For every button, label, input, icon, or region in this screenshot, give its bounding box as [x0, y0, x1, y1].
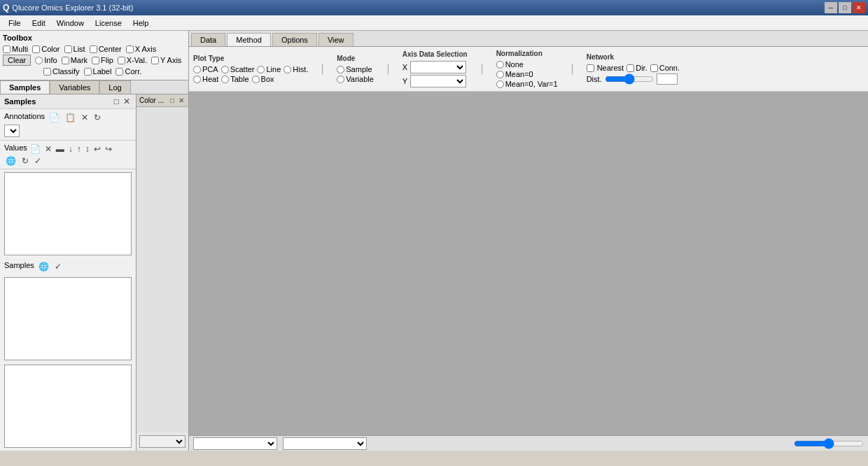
norm-mean0var1[interactable]: Mean=0, Var=1 [496, 80, 558, 88]
tab-log[interactable]: Log [99, 80, 130, 94]
norm-none[interactable]: None [496, 60, 524, 69]
menu-help[interactable]: Help [127, 17, 155, 29]
minimize-button[interactable]: ─ [825, 2, 837, 13]
extra-list[interactable] [4, 365, 132, 448]
values-check-btn[interactable]: ✓ [33, 156, 43, 166]
menu-bar: File Edit Window License Help [0, 15, 868, 31]
clear-button[interactable]: Clear [3, 55, 31, 66]
toolbox-flip[interactable]: Flip [92, 56, 113, 64]
network-group: Network Nearest Dir. Conn. Dist. [587, 53, 680, 85]
plot-scatter[interactable]: Scatter [221, 65, 255, 73]
app-icon: Q [3, 3, 9, 13]
dir-label[interactable]: Dir. [626, 64, 648, 72]
toolbox-corr[interactable]: Corr. [115, 67, 141, 76]
mode-title: Mode [337, 55, 374, 62]
plot-type-title: Plot Type [193, 55, 308, 62]
canvas-area [189, 92, 868, 435]
axis-group: Axis Data Selection X Y [402, 50, 468, 87]
samples-check-btn[interactable]: ✓ [53, 262, 63, 271]
values-undo-btn[interactable]: ↩ [92, 144, 102, 154]
toolbox-color[interactable]: Color [32, 45, 59, 53]
tab-variables[interactable]: Variables [50, 80, 99, 94]
samples-label2: Samples [4, 261, 34, 269]
dist-slider[interactable] [605, 73, 654, 85]
normalization-group: Normalization None Mean=0 Mean=0, Var=1 [496, 50, 558, 88]
annotations-delete-btn[interactable]: ✕ [80, 113, 90, 122]
status-select-1[interactable] [193, 437, 277, 450]
tab-data[interactable]: Data [191, 33, 225, 46]
mode-variable[interactable]: Variable [337, 75, 374, 83]
top-tab-bar: Data Method Options View [189, 31, 868, 47]
x-select[interactable] [410, 61, 466, 73]
y-select[interactable] [410, 75, 466, 87]
values-new-btn[interactable]: 📄 [29, 144, 42, 154]
color-panel-title: Color ... [139, 97, 164, 104]
network-title: Network [587, 53, 680, 61]
mode-sample[interactable]: Sample [337, 65, 372, 73]
samples-panel: Samples □ ✕ Annotations 📄 📋 ✕ ↻ [0, 94, 136, 451]
toolbox-mark[interactable]: Mark [62, 56, 88, 64]
dist-value[interactable] [657, 73, 678, 85]
close-button[interactable]: ✕ [853, 2, 865, 13]
values-reload-btn[interactable]: ↻ [20, 156, 30, 166]
norm-mean0[interactable]: Mean=0 [496, 70, 533, 78]
plot-line[interactable]: Line [257, 65, 281, 73]
bottom-tab-bar: Samples Variables Log [0, 80, 188, 94]
tab-view[interactable]: View [318, 33, 354, 46]
menu-edit[interactable]: Edit [27, 17, 51, 29]
status-select-2[interactable] [283, 437, 367, 450]
values-redo-btn[interactable]: ↪ [104, 144, 113, 154]
mode-group: Mode Sample Variable [337, 55, 374, 83]
values-sort-btn[interactable]: ↕ [84, 144, 91, 154]
samples-title: Samples [4, 97, 36, 106]
plot-hist[interactable]: Hist. [284, 65, 308, 73]
status-scrollbar[interactable] [794, 438, 864, 449]
toolbox-multi[interactable]: Multi [3, 45, 28, 53]
values-delete-btn[interactable]: ✕ [43, 144, 53, 154]
toolbox-xaxis[interactable]: X Axis [126, 45, 157, 53]
values-down-btn[interactable]: ↓ [67, 144, 74, 154]
toolbox-info[interactable]: Info [35, 56, 57, 64]
color-maximize-btn[interactable]: □ [169, 97, 176, 104]
tab-samples[interactable]: Samples [0, 80, 50, 94]
color-close-btn[interactable]: ✕ [177, 97, 186, 104]
status-bar [189, 435, 868, 451]
toolbox-classify[interactable]: Classify [43, 67, 80, 76]
annotations-label: Annotations [4, 112, 45, 120]
color-dropdown[interactable] [139, 435, 186, 448]
samples-close-btn[interactable]: ✕ [122, 97, 132, 106]
toolbox-list[interactable]: List [64, 45, 85, 53]
values-globe-btn[interactable]: 🌐 [4, 156, 18, 166]
nearest-checkbox[interactable] [587, 64, 594, 72]
normalization-title: Normalization [496, 50, 558, 57]
menu-window[interactable]: Window [51, 17, 90, 29]
annotations-copy-btn[interactable]: 📋 [64, 113, 77, 122]
plot-type-group: Plot Type PCA Scatter Line Hist. Heat Ta… [193, 55, 308, 83]
annotations-refresh-btn[interactable]: ↻ [92, 113, 102, 122]
values-up-btn[interactable]: ↑ [76, 144, 83, 154]
values-label: Values [4, 143, 27, 152]
samples-globe-btn[interactable]: 🌐 [37, 262, 50, 271]
toolbox-label[interactable]: Label [84, 67, 112, 76]
plot-pca[interactable]: PCA [193, 65, 218, 73]
plot-table[interactable]: Table [221, 75, 248, 83]
toolbox-yaxis[interactable]: Y Axis [151, 56, 181, 64]
tab-method[interactable]: Method [227, 33, 271, 46]
plot-box[interactable]: Box [252, 75, 274, 83]
nearest-label: Nearest [597, 64, 624, 72]
conn-label[interactable]: Conn. [650, 64, 680, 72]
samples-list[interactable] [4, 277, 132, 360]
maximize-button[interactable]: □ [839, 2, 851, 13]
menu-file[interactable]: File [3, 17, 27, 29]
tab-options[interactable]: Options [272, 33, 317, 46]
plot-heat[interactable]: Heat [193, 75, 218, 83]
samples-maximize-btn[interactable]: □ [113, 97, 120, 106]
values-list[interactable] [4, 172, 132, 255]
annotations-select[interactable] [4, 125, 20, 137]
values-bar-btn[interactable]: ▬ [55, 144, 66, 154]
toolbox-center[interactable]: Center [90, 45, 122, 53]
menu-license[interactable]: License [90, 17, 127, 29]
annotations-new-btn[interactable]: 📄 [48, 113, 61, 122]
toolbox-xval[interactable]: X-Val. [118, 56, 147, 64]
options-bar: Plot Type PCA Scatter Line Hist. Heat Ta… [189, 47, 868, 92]
